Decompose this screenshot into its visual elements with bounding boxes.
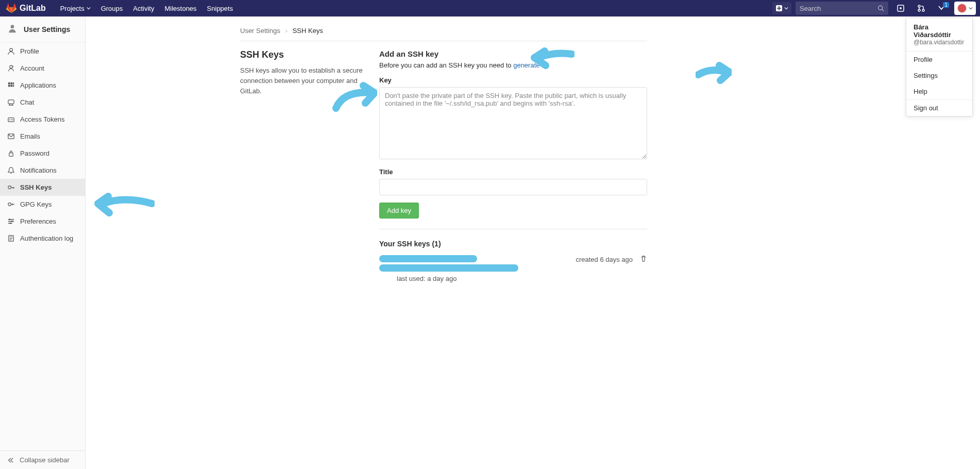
sidebar-item-icon [7,200,15,208]
sidebar-item-chat[interactable]: Chat [0,94,85,111]
dropdown-settings[interactable]: Settings [906,68,972,83]
sidebar-item-account[interactable]: Account [0,60,85,77]
merge-request-icon [917,4,925,12]
your-keys-title: Your SSH keys (1) [379,240,647,248]
brand-text: GitLab [20,4,46,13]
breadcrumb-parent[interactable]: User Settings [240,27,280,35]
navbar-left: GitLab Projects Groups Activity Mileston… [6,0,238,16]
nav-label: Milestones [164,5,196,12]
add-key-help: Before you can add an SSH key you need t… [379,61,647,69]
svg-rect-16 [8,100,14,104]
sidebar-item-ssh-keys[interactable]: SSH Keys [0,179,85,196]
avatar-icon [957,4,967,13]
global-search[interactable] [796,2,888,15]
sidebar-item-label: Access Tokens [20,115,64,123]
sidebar-item-icon [7,64,15,72]
gitlab-logo[interactable]: GitLab [6,3,46,13]
sidebar-item-notifications[interactable]: Notifications [0,162,85,179]
dropdown-profile[interactable]: Profile [906,52,972,68]
page-subtitle: SSH keys allow you to establish a secure… [240,65,369,96]
sidebar-item-label: SSH Keys [20,183,52,191]
sidebar-item-profile[interactable]: Profile [0,43,85,60]
nav-milestones[interactable]: Milestones [159,0,201,16]
sidebar-item-access-tokens[interactable]: Access Tokens [0,111,85,128]
gitlab-tanuki-icon [6,3,16,13]
svg-point-24 [11,221,13,222]
nav-groups[interactable]: Groups [96,0,128,16]
todos-icon-link[interactable]: 1 [934,0,950,16]
issues-icon-link[interactable] [892,0,909,16]
svg-point-3 [900,7,902,9]
sidebar-item-preferences[interactable]: Preferences [0,213,85,230]
svg-point-6 [922,9,924,11]
todo-badge: 1 [943,2,949,8]
sidebar-item-applications[interactable]: Applications [0,77,85,94]
nav-label: Projects [60,5,85,12]
user-name: Bára Viðarsdóttir [914,23,965,39]
sidebar-item-icon [7,183,15,191]
ssh-key-textarea[interactable] [379,87,647,159]
dropdown-help[interactable]: Help [906,83,972,99]
help-post: . [545,61,547,69]
plus-icon [775,5,783,12]
sidebar-item-password[interactable]: Password [0,145,85,162]
svg-rect-11 [11,82,13,85]
user-avatar-button[interactable] [954,2,976,15]
sidebar-item-gpg-keys[interactable]: GPG Keys [0,196,85,213]
sidebar-item-label: Notifications [20,166,57,174]
sidebar-item-label: Authentication log [20,234,73,242]
search-icon [877,5,884,12]
nav-label: Activity [133,5,154,12]
svg-point-1 [878,6,883,10]
svg-rect-13 [8,85,10,87]
svg-point-25 [10,223,11,224]
sidebar-item-icon [7,81,15,89]
sidebar-item-authentication-log[interactable]: Authentication log [0,230,85,247]
plus-create-button[interactable] [772,2,791,14]
top-navbar: GitLab Projects Groups Activity Mileston… [0,0,980,16]
nav-label: Snippets [207,5,233,12]
chevron-down-icon [87,6,91,10]
sidebar-item-emails[interactable]: Emails [0,128,85,145]
issues-icon [897,4,905,12]
svg-point-4 [918,5,920,7]
nav-snippets[interactable]: Snippets [202,0,239,16]
user-dropdown: Bára Viðarsdóttir @bara.vidarsdottir Pro… [906,18,973,116]
merge-requests-icon-link[interactable] [913,0,930,16]
page-title: SSH Keys [240,49,369,60]
svg-rect-19 [8,134,14,139]
redacted-key-title [379,255,477,262]
sidebar-item-icon [7,234,15,242]
sidebar-item-label: Profile [20,47,39,55]
sidebar-title-text: User Settings [24,25,70,34]
nav-label: Groups [101,5,123,12]
svg-rect-12 [13,82,14,85]
add-key-button[interactable]: Add key [379,203,419,219]
delete-key-button[interactable] [640,255,647,264]
key-created: created 6 days ago [576,256,633,263]
chevron-down-icon [969,6,973,10]
sidebar-item-icon [7,115,15,123]
sidebar-item-icon [7,47,15,55]
breadcrumb: User Settings › SSH Keys [240,27,647,41]
nav-projects[interactable]: Projects [55,0,96,16]
sidebar-item-icon [7,217,15,225]
sidebar-item-icon [7,132,15,140]
add-key-title: Add an SSH key [379,49,647,58]
generate-it-link[interactable]: generate it [513,61,545,69]
sidebar-item-label: Chat [20,98,34,106]
nav-activity[interactable]: Activity [128,0,159,16]
trash-icon [640,255,647,262]
dropdown-sign-out[interactable]: Sign out [906,100,972,116]
breadcrumb-current: SSH Keys [293,27,323,35]
user-handle: @bara.vidarsdottir [914,39,965,46]
sidebar-item-icon [7,98,15,106]
sidebar-header: User Settings [0,16,85,43]
divider [379,229,647,229]
sidebar-item-label: Applications [20,81,56,89]
user-icon [7,23,18,35]
ssh-title-input[interactable] [379,179,647,195]
redacted-key-fingerprint [379,264,518,272]
key-label: Key [379,76,647,84]
search-input[interactable] [800,5,877,12]
